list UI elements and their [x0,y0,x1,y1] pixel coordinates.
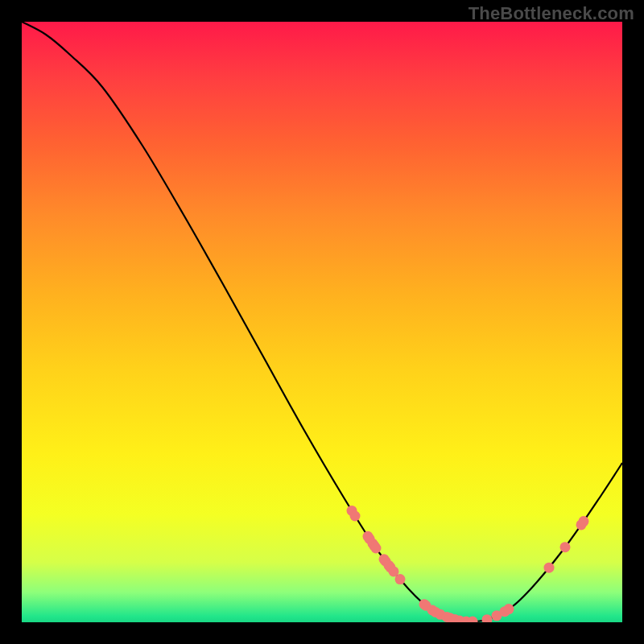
chart-svg [22,22,622,622]
data-point [504,604,514,614]
bottleneck-curve [22,22,622,621]
data-point [579,516,589,526]
chart-plot-area [22,22,622,622]
data-point [482,614,493,622]
data-point [350,510,361,521]
watermark-text: TheBottleneck.com [469,3,634,24]
data-point [395,574,406,584]
data-point [544,563,555,573]
data-points [347,506,589,622]
data-point [371,543,382,553]
data-point [560,542,571,552]
